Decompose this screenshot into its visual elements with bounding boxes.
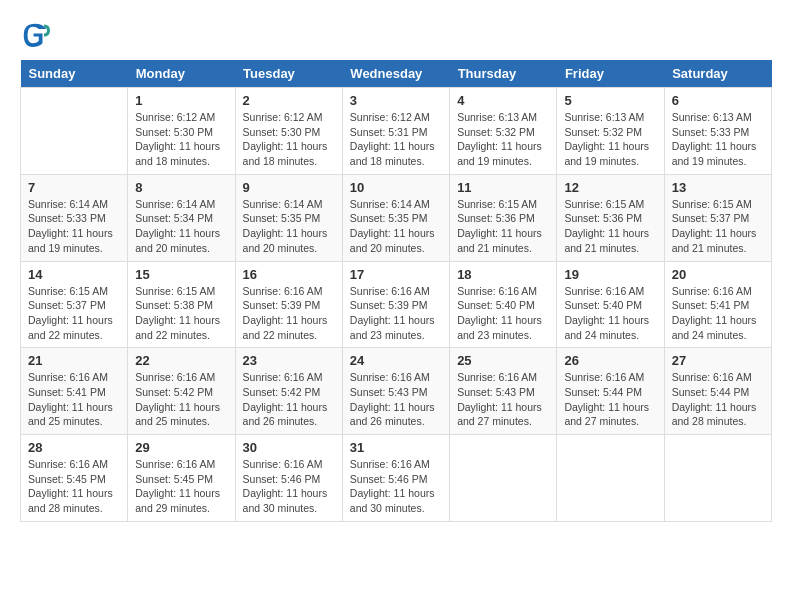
calendar-cell: 16Sunrise: 6:16 AM Sunset: 5:39 PM Dayli… (235, 261, 342, 348)
calendar-cell: 15Sunrise: 6:15 AM Sunset: 5:38 PM Dayli… (128, 261, 235, 348)
day-info: Sunrise: 6:14 AM Sunset: 5:34 PM Dayligh… (135, 197, 227, 256)
day-header-monday: Monday (128, 60, 235, 88)
day-number: 6 (672, 93, 764, 108)
day-number: 17 (350, 267, 442, 282)
day-info: Sunrise: 6:12 AM Sunset: 5:30 PM Dayligh… (243, 110, 335, 169)
calendar-cell: 10Sunrise: 6:14 AM Sunset: 5:35 PM Dayli… (342, 174, 449, 261)
day-number: 3 (350, 93, 442, 108)
day-info: Sunrise: 6:16 AM Sunset: 5:44 PM Dayligh… (564, 370, 656, 429)
logo (20, 20, 52, 50)
day-info: Sunrise: 6:16 AM Sunset: 5:40 PM Dayligh… (564, 284, 656, 343)
day-info: Sunrise: 6:16 AM Sunset: 5:45 PM Dayligh… (135, 457, 227, 516)
day-header-tuesday: Tuesday (235, 60, 342, 88)
calendar-cell: 5Sunrise: 6:13 AM Sunset: 5:32 PM Daylig… (557, 88, 664, 175)
day-info: Sunrise: 6:14 AM Sunset: 5:33 PM Dayligh… (28, 197, 120, 256)
day-info: Sunrise: 6:14 AM Sunset: 5:35 PM Dayligh… (243, 197, 335, 256)
calendar-header-row: SundayMondayTuesdayWednesdayThursdayFrid… (21, 60, 772, 88)
calendar-cell: 12Sunrise: 6:15 AM Sunset: 5:36 PM Dayli… (557, 174, 664, 261)
day-header-wednesday: Wednesday (342, 60, 449, 88)
day-number: 1 (135, 93, 227, 108)
calendar-cell: 28Sunrise: 6:16 AM Sunset: 5:45 PM Dayli… (21, 435, 128, 522)
calendar-week-3: 14Sunrise: 6:15 AM Sunset: 5:37 PM Dayli… (21, 261, 772, 348)
page-header (20, 20, 772, 50)
day-info: Sunrise: 6:16 AM Sunset: 5:43 PM Dayligh… (457, 370, 549, 429)
calendar-cell: 31Sunrise: 6:16 AM Sunset: 5:46 PM Dayli… (342, 435, 449, 522)
calendar-cell: 19Sunrise: 6:16 AM Sunset: 5:40 PM Dayli… (557, 261, 664, 348)
day-number: 22 (135, 353, 227, 368)
day-number: 27 (672, 353, 764, 368)
calendar-cell: 24Sunrise: 6:16 AM Sunset: 5:43 PM Dayli… (342, 348, 449, 435)
day-number: 19 (564, 267, 656, 282)
day-number: 30 (243, 440, 335, 455)
day-info: Sunrise: 6:15 AM Sunset: 5:38 PM Dayligh… (135, 284, 227, 343)
calendar-cell: 17Sunrise: 6:16 AM Sunset: 5:39 PM Dayli… (342, 261, 449, 348)
calendar-cell (450, 435, 557, 522)
day-info: Sunrise: 6:16 AM Sunset: 5:40 PM Dayligh… (457, 284, 549, 343)
day-number: 5 (564, 93, 656, 108)
calendar-cell (557, 435, 664, 522)
calendar-cell: 25Sunrise: 6:16 AM Sunset: 5:43 PM Dayli… (450, 348, 557, 435)
day-info: Sunrise: 6:16 AM Sunset: 5:45 PM Dayligh… (28, 457, 120, 516)
calendar-cell: 13Sunrise: 6:15 AM Sunset: 5:37 PM Dayli… (664, 174, 771, 261)
day-number: 13 (672, 180, 764, 195)
calendar-cell: 2Sunrise: 6:12 AM Sunset: 5:30 PM Daylig… (235, 88, 342, 175)
calendar-cell: 1Sunrise: 6:12 AM Sunset: 5:30 PM Daylig… (128, 88, 235, 175)
day-number: 15 (135, 267, 227, 282)
day-info: Sunrise: 6:15 AM Sunset: 5:37 PM Dayligh… (672, 197, 764, 256)
day-info: Sunrise: 6:16 AM Sunset: 5:42 PM Dayligh… (135, 370, 227, 429)
calendar-body: 1Sunrise: 6:12 AM Sunset: 5:30 PM Daylig… (21, 88, 772, 522)
calendar-cell: 11Sunrise: 6:15 AM Sunset: 5:36 PM Dayli… (450, 174, 557, 261)
calendar-cell: 3Sunrise: 6:12 AM Sunset: 5:31 PM Daylig… (342, 88, 449, 175)
calendar-cell: 22Sunrise: 6:16 AM Sunset: 5:42 PM Dayli… (128, 348, 235, 435)
day-number: 14 (28, 267, 120, 282)
calendar-cell: 18Sunrise: 6:16 AM Sunset: 5:40 PM Dayli… (450, 261, 557, 348)
calendar-cell: 7Sunrise: 6:14 AM Sunset: 5:33 PM Daylig… (21, 174, 128, 261)
calendar-cell: 4Sunrise: 6:13 AM Sunset: 5:32 PM Daylig… (450, 88, 557, 175)
day-number: 10 (350, 180, 442, 195)
calendar-cell: 8Sunrise: 6:14 AM Sunset: 5:34 PM Daylig… (128, 174, 235, 261)
calendar-cell: 27Sunrise: 6:16 AM Sunset: 5:44 PM Dayli… (664, 348, 771, 435)
calendar-table: SundayMondayTuesdayWednesdayThursdayFrid… (20, 60, 772, 522)
day-number: 31 (350, 440, 442, 455)
day-header-friday: Friday (557, 60, 664, 88)
day-info: Sunrise: 6:15 AM Sunset: 5:36 PM Dayligh… (457, 197, 549, 256)
calendar-cell: 6Sunrise: 6:13 AM Sunset: 5:33 PM Daylig… (664, 88, 771, 175)
calendar-week-2: 7Sunrise: 6:14 AM Sunset: 5:33 PM Daylig… (21, 174, 772, 261)
day-number: 23 (243, 353, 335, 368)
calendar-cell: 30Sunrise: 6:16 AM Sunset: 5:46 PM Dayli… (235, 435, 342, 522)
day-number: 24 (350, 353, 442, 368)
day-info: Sunrise: 6:16 AM Sunset: 5:43 PM Dayligh… (350, 370, 442, 429)
day-info: Sunrise: 6:16 AM Sunset: 5:39 PM Dayligh… (243, 284, 335, 343)
day-info: Sunrise: 6:16 AM Sunset: 5:42 PM Dayligh… (243, 370, 335, 429)
calendar-cell (664, 435, 771, 522)
calendar-week-1: 1Sunrise: 6:12 AM Sunset: 5:30 PM Daylig… (21, 88, 772, 175)
day-info: Sunrise: 6:13 AM Sunset: 5:33 PM Dayligh… (672, 110, 764, 169)
day-number: 18 (457, 267, 549, 282)
day-number: 25 (457, 353, 549, 368)
day-number: 12 (564, 180, 656, 195)
day-header-sunday: Sunday (21, 60, 128, 88)
day-number: 9 (243, 180, 335, 195)
day-info: Sunrise: 6:16 AM Sunset: 5:41 PM Dayligh… (672, 284, 764, 343)
day-info: Sunrise: 6:15 AM Sunset: 5:36 PM Dayligh… (564, 197, 656, 256)
day-info: Sunrise: 6:13 AM Sunset: 5:32 PM Dayligh… (457, 110, 549, 169)
day-info: Sunrise: 6:16 AM Sunset: 5:46 PM Dayligh… (350, 457, 442, 516)
day-number: 8 (135, 180, 227, 195)
calendar-cell: 14Sunrise: 6:15 AM Sunset: 5:37 PM Dayli… (21, 261, 128, 348)
day-number: 26 (564, 353, 656, 368)
calendar-cell: 23Sunrise: 6:16 AM Sunset: 5:42 PM Dayli… (235, 348, 342, 435)
day-info: Sunrise: 6:12 AM Sunset: 5:30 PM Dayligh… (135, 110, 227, 169)
day-info: Sunrise: 6:16 AM Sunset: 5:39 PM Dayligh… (350, 284, 442, 343)
day-info: Sunrise: 6:16 AM Sunset: 5:46 PM Dayligh… (243, 457, 335, 516)
day-info: Sunrise: 6:16 AM Sunset: 5:41 PM Dayligh… (28, 370, 120, 429)
day-number: 28 (28, 440, 120, 455)
day-info: Sunrise: 6:16 AM Sunset: 5:44 PM Dayligh… (672, 370, 764, 429)
day-number: 7 (28, 180, 120, 195)
day-info: Sunrise: 6:12 AM Sunset: 5:31 PM Dayligh… (350, 110, 442, 169)
day-info: Sunrise: 6:14 AM Sunset: 5:35 PM Dayligh… (350, 197, 442, 256)
day-number: 2 (243, 93, 335, 108)
day-header-thursday: Thursday (450, 60, 557, 88)
day-info: Sunrise: 6:15 AM Sunset: 5:37 PM Dayligh… (28, 284, 120, 343)
calendar-cell: 26Sunrise: 6:16 AM Sunset: 5:44 PM Dayli… (557, 348, 664, 435)
day-number: 11 (457, 180, 549, 195)
